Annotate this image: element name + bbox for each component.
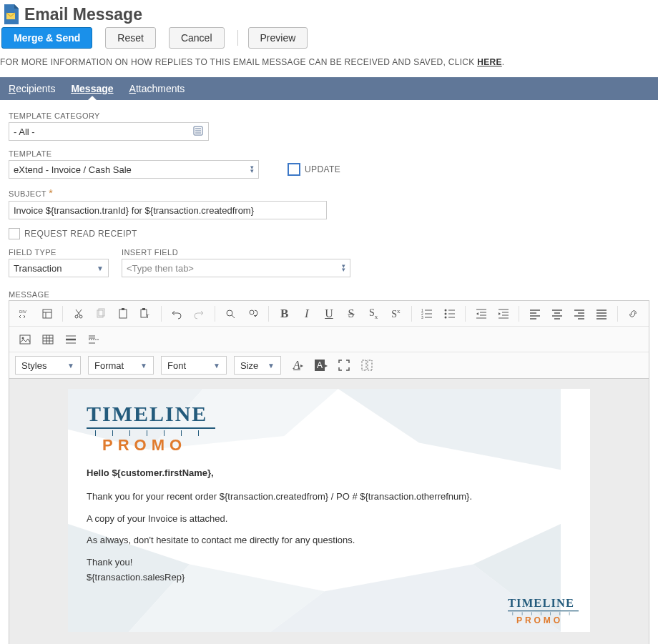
svg-text:3: 3: [421, 315, 423, 319]
email-greeting: Hello ${customer.firstName},: [87, 466, 571, 481]
editor-canvas[interactable]: TIMELINE PROMO Hello ${customer.firstNam…: [9, 378, 649, 644]
svg-point-9: [75, 315, 78, 318]
templates-icon[interactable]: [37, 304, 57, 324]
template-select[interactable]: eXtend - Invoice / Cash Sale ▾▾: [9, 160, 259, 179]
source-icon[interactable]: DIV: [15, 304, 34, 324]
link-icon[interactable]: [624, 304, 643, 324]
logo-footer: TIMELINE PROMO: [508, 598, 579, 625]
chevron-double-icon: ▾▾: [250, 166, 254, 173]
template-category-value: - All -: [14, 127, 35, 137]
paste-text-icon[interactable]: T: [136, 304, 155, 324]
reset-button[interactable]: Reset: [105, 27, 156, 49]
numbered-list-icon[interactable]: 123: [418, 304, 437, 324]
svg-rect-73: [362, 360, 366, 370]
info-link[interactable]: HERE: [477, 57, 502, 67]
tab-recipients[interactable]: Recipients: [9, 78, 55, 99]
redo-icon[interactable]: [190, 304, 209, 324]
update-label: UPDATE: [305, 164, 340, 174]
subject-label: SUBJECT *: [9, 187, 649, 199]
bullet-list-icon[interactable]: [440, 304, 459, 324]
page-icon: [1, 4, 19, 24]
svg-rect-16: [122, 308, 124, 310]
format-select[interactable]: Format▼: [88, 356, 154, 375]
info-text: FOR MORE INFORMATION ON HOW REPLIES TO T…: [0, 57, 477, 67]
svg-rect-18: [142, 308, 145, 310]
svg-point-31: [444, 316, 446, 318]
undo-icon[interactable]: [167, 304, 187, 324]
action-buttons: Merge & Send Reset Cancel Preview: [0, 27, 658, 57]
styles-select[interactable]: Styles▼: [15, 356, 81, 375]
svg-rect-61: [43, 335, 53, 344]
replace-icon[interactable]: [243, 304, 262, 324]
tab-bar: Recipients Message Attachments: [0, 77, 658, 100]
font-select[interactable]: Font▼: [161, 356, 227, 375]
tab-attachments[interactable]: Attachments: [129, 78, 185, 99]
field-type-label: FIELD TYPE: [9, 248, 109, 257]
superscript-icon[interactable]: Sx: [386, 304, 406, 324]
subscript-icon[interactable]: Sx: [364, 304, 383, 324]
text-color-icon[interactable]: A▸: [288, 355, 308, 375]
message-label: MESSAGE: [0, 290, 658, 299]
field-type-select[interactable]: Transaction ▼: [9, 259, 109, 277]
pagebreak-icon[interactable]: [84, 330, 104, 350]
logo-main: TIMELINE PROMO: [87, 403, 571, 453]
svg-point-30: [444, 312, 446, 314]
svg-rect-6: [43, 309, 51, 318]
email-thank: Thank you!: [87, 555, 571, 570]
maximize-icon[interactable]: [334, 355, 354, 375]
copy-icon[interactable]: [91, 304, 110, 324]
logo-promo-text: PROMO: [102, 437, 571, 453]
read-receipt-checkbox[interactable]: [9, 228, 20, 239]
align-right-icon[interactable]: [570, 304, 589, 324]
align-left-icon[interactable]: [525, 304, 544, 324]
svg-point-60: [22, 337, 24, 339]
bg-color-icon[interactable]: A▸: [311, 355, 331, 375]
insert-field-label: INSERT FIELD: [122, 248, 350, 257]
info-line: FOR MORE INFORMATION ON HOW REPLIES TO T…: [0, 57, 658, 77]
email-preview: TIMELINE PROMO Hello ${customer.firstNam…: [68, 389, 590, 632]
template-category-select[interactable]: - All -: [9, 122, 209, 141]
svg-point-20: [227, 310, 232, 316]
template-category-label: TEMPLATE CATEGORY: [9, 112, 649, 120]
underline-icon[interactable]: U: [319, 304, 338, 324]
tab-message[interactable]: Message: [71, 78, 113, 99]
editor-toolbar: DIV T B I U S Sx Sx 123: [9, 300, 649, 378]
table-icon[interactable]: [38, 330, 58, 350]
merge-send-button[interactable]: Merge & Send: [1, 27, 92, 49]
field-type-value: Transaction: [14, 263, 62, 274]
outdent-icon[interactable]: [471, 304, 491, 324]
svg-text:DIV: DIV: [19, 309, 26, 314]
update-checkbox[interactable]: [288, 163, 300, 176]
find-icon[interactable]: [221, 304, 240, 324]
preview-button[interactable]: Preview: [248, 27, 308, 49]
info-suffix: .: [502, 57, 505, 67]
read-receipt-label: REQUEST READ RECEIPT: [24, 229, 137, 239]
subject-value: Invoice ${transaction.tranId} for ${tran…: [14, 205, 254, 216]
page-header: Email Message: [0, 0, 658, 27]
message-form: TEMPLATE CATEGORY - All - TEMPLATE eXten…: [0, 100, 658, 290]
size-select[interactable]: Size▼: [234, 356, 281, 375]
email-line2: A copy of your Invoice is attached.: [87, 512, 571, 527]
triangle-down-icon: ▼: [97, 264, 104, 272]
cancel-button[interactable]: Cancel: [169, 27, 225, 49]
align-center-icon[interactable]: [547, 304, 566, 324]
paste-icon[interactable]: [113, 304, 132, 324]
button-separator: [237, 30, 238, 46]
indent-icon[interactable]: [494, 304, 513, 324]
align-justify-icon[interactable]: [592, 304, 612, 324]
page-title: Email Message: [24, 5, 142, 24]
show-blocks-icon[interactable]: [357, 355, 377, 375]
svg-point-29: [444, 309, 446, 311]
template-value: eXtend - Invoice / Cash Sale: [14, 164, 132, 175]
hr-icon[interactable]: [61, 330, 81, 350]
cut-icon[interactable]: [69, 304, 88, 324]
list-icon: [192, 125, 204, 139]
insert-field-select[interactable]: <Type then tab> ▾▾: [122, 259, 350, 277]
email-line3: As always, don't hesitate to contact me …: [87, 533, 571, 548]
italic-icon[interactable]: I: [297, 304, 316, 324]
strike-icon[interactable]: S: [342, 304, 361, 324]
subject-input[interactable]: Invoice ${transaction.tranId} for ${tran…: [9, 201, 327, 219]
bold-icon[interactable]: B: [275, 304, 294, 324]
image-icon[interactable]: [15, 330, 35, 350]
insert-field-placeholder: <Type then tab>: [127, 263, 194, 274]
